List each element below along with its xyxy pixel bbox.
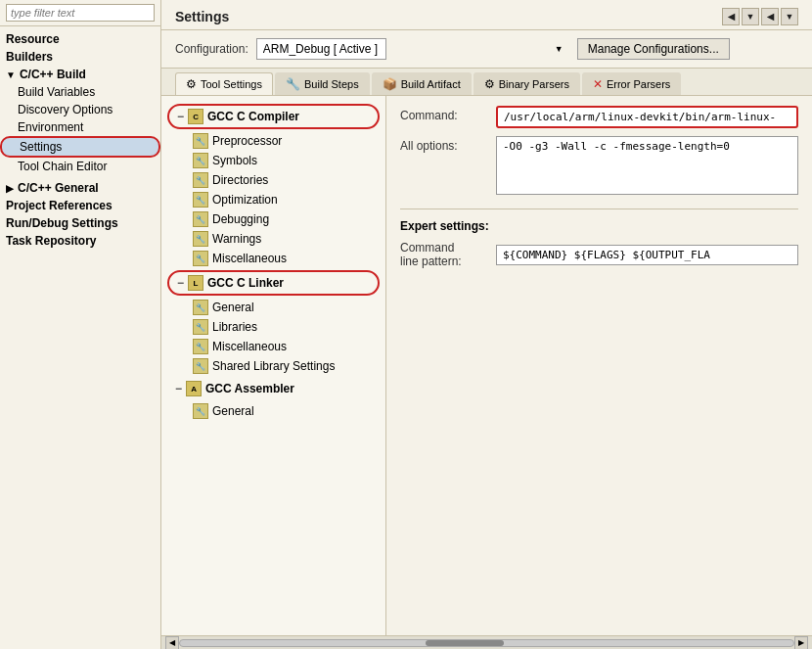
sidebar-item-settings[interactable]: Settings — [0, 136, 160, 158]
debugging-icon: 🔧 — [193, 211, 208, 227]
error-parsers-icon: ✕ — [593, 77, 603, 91]
group-gcc-assembler: − A GCC Assembler 🔧 General — [161, 378, 385, 421]
miscellaneous-icon: 🔧 — [193, 251, 208, 266]
tool-item-shared-library-settings[interactable]: 🔧 Shared Library Settings — [161, 356, 385, 376]
sidebar-tree: Resource Builders ▼ C/C++ Build Build Va… — [0, 26, 160, 649]
tool-item-linker-general[interactable]: 🔧 General — [161, 298, 385, 317]
configuration-select[interactable]: ARM_Debug [ Active ] — [256, 38, 386, 60]
sidebar-filter-area — [0, 0, 160, 26]
tool-item-symbols[interactable]: 🔧 Symbols — [161, 151, 385, 170]
linker-general-icon: 🔧 — [193, 300, 208, 315]
content-area: − C GCC C Compiler 🔧 Preprocessor 🔧 Symb… — [161, 96, 812, 635]
command-row: Command: /usr/local/arm/linux-devkit/bin… — [400, 106, 798, 128]
sidebar-item-build-variables[interactable]: Build Variables — [0, 83, 160, 101]
symbols-icon: 🔧 — [193, 153, 208, 168]
tool-settings-tree: − C GCC C Compiler 🔧 Preprocessor 🔧 Symb… — [161, 96, 386, 635]
nav-up-btn[interactable]: ▼ — [781, 8, 798, 25]
tool-item-warnings[interactable]: 🔧 Warnings — [161, 229, 385, 249]
tabs-row: ⚙ Tool Settings 🔧 Build Steps 📦 Build Ar… — [161, 69, 812, 96]
sidebar-item-project-references[interactable]: Project References — [0, 197, 160, 214]
page-title: Settings — [175, 9, 229, 24]
tool-item-debugging[interactable]: 🔧 Debugging — [161, 209, 385, 229]
expert-settings-title: Expert settings: — [400, 219, 798, 233]
command-value[interactable]: /usr/local/arm/linux-devkit/bin/arm-linu… — [496, 106, 798, 128]
expand-icon-cpp-general: ▶ — [6, 183, 14, 194]
gcc-compiler-icon: C — [188, 109, 203, 124]
gcc-assembler-header[interactable]: − A GCC Assembler — [167, 378, 380, 399]
settings-header: Settings ◀ ▼ ◀ ▼ — [161, 0, 812, 30]
all-options-label: All options: — [400, 136, 488, 153]
cmd-line-pattern-value[interactable]: ${COMMAND} ${FLAGS} ${OUTPUT_FLA — [496, 245, 798, 265]
right-panel: Command: /usr/local/arm/linux-devkit/bin… — [386, 96, 812, 635]
scroll-track[interactable] — [179, 639, 794, 647]
all-options-value: -O0 -g3 -Wall -c -fmessage-length=0 — [496, 136, 798, 195]
tab-tool-settings[interactable]: ⚙ Tool Settings — [175, 72, 273, 95]
tool-item-assembler-general[interactable]: 🔧 General — [161, 401, 385, 421]
sidebar-item-builders[interactable]: Builders — [0, 48, 160, 66]
tool-item-preprocessor[interactable]: 🔧 Preprocessor — [161, 131, 385, 151]
preprocessor-icon: 🔧 — [193, 133, 208, 149]
tool-item-optimization[interactable]: 🔧 Optimization — [161, 190, 385, 209]
nav-forward-btn[interactable]: ◀ — [761, 8, 779, 25]
sidebar: Resource Builders ▼ C/C++ Build Build Va… — [0, 0, 161, 649]
main-content: Settings ◀ ▼ ◀ ▼ Configuration: ARM_Debu… — [161, 0, 812, 649]
scroll-left-button[interactable]: ◀ — [165, 636, 179, 650]
sidebar-item-environment[interactable]: Environment — [0, 118, 160, 136]
scroll-right-button[interactable]: ▶ — [794, 636, 808, 650]
collapse-gcc-assembler-icon: − — [175, 382, 182, 395]
tab-build-steps[interactable]: 🔧 Build Steps — [275, 72, 370, 95]
tool-settings-icon: ⚙ — [186, 77, 197, 91]
gcc-c-linker-header[interactable]: − L GCC C Linker — [167, 270, 380, 296]
horizontal-scrollbar: ◀ ▶ — [161, 635, 812, 649]
directories-icon: 🔧 — [193, 172, 208, 188]
shared-library-icon: 🔧 — [193, 358, 208, 374]
sidebar-item-discovery-options[interactable]: Discovery Options — [0, 101, 160, 118]
scroll-thumb[interactable] — [426, 640, 504, 646]
libraries-icon: 🔧 — [193, 319, 208, 335]
tab-error-parsers[interactable]: ✕ Error Parsers — [582, 72, 681, 95]
sidebar-item-cpp-build[interactable]: ▼ C/C++ Build — [0, 66, 160, 83]
gcc-c-compiler-header[interactable]: − C GCC C Compiler — [167, 104, 380, 129]
config-select-wrapper: ARM_Debug [ Active ] — [256, 38, 569, 60]
tool-item-linker-miscellaneous[interactable]: 🔧 Miscellaneous — [161, 337, 385, 356]
build-artifact-icon: 📦 — [383, 77, 397, 91]
gcc-assembler-icon: A — [186, 381, 202, 396]
manage-configurations-button[interactable]: Manage Configurations... — [577, 38, 730, 60]
cmd-line-pattern-label: Commandline pattern: — [400, 241, 488, 268]
sidebar-item-tool-chain-editor[interactable]: Tool Chain Editor — [0, 158, 160, 175]
nav-down-btn[interactable]: ▼ — [742, 8, 759, 25]
tool-item-libraries[interactable]: 🔧 Libraries — [161, 317, 385, 337]
config-label: Configuration: — [175, 42, 248, 56]
filter-input[interactable] — [6, 4, 155, 22]
sidebar-item-resource[interactable]: Resource — [0, 30, 160, 48]
tool-item-miscellaneous[interactable]: 🔧 Miscellaneous — [161, 249, 385, 268]
optimization-icon: 🔧 — [193, 192, 208, 208]
configuration-row: Configuration: ARM_Debug [ Active ] Mana… — [161, 30, 812, 69]
command-label: Command: — [400, 106, 488, 122]
tab-build-artifact[interactable]: 📦 Build Artifact — [372, 72, 472, 95]
nav-back-btn[interactable]: ◀ — [722, 8, 740, 25]
tab-binary-parsers[interactable]: ⚙ Binary Parsers — [474, 72, 580, 95]
collapse-gcc-compiler-icon: − — [177, 110, 184, 123]
assembler-general-icon: 🔧 — [193, 403, 208, 419]
sidebar-item-cpp-general[interactable]: ▶ C/C++ General — [0, 179, 160, 197]
command-pattern-row: Commandline pattern: ${COMMAND} ${FLAGS}… — [400, 241, 798, 268]
tool-item-directories[interactable]: 🔧 Directories — [161, 170, 385, 190]
warnings-icon: 🔧 — [193, 231, 208, 247]
binary-parsers-icon: ⚙ — [484, 77, 495, 91]
header-icons: ◀ ▼ ◀ ▼ — [722, 8, 798, 25]
collapse-gcc-linker-icon: − — [177, 276, 184, 290]
all-options-row: All options: -O0 -g3 -Wall -c -fmessage-… — [400, 136, 798, 195]
expand-icon-cpp-build: ▼ — [6, 70, 16, 80]
sidebar-item-run-debug[interactable]: Run/Debug Settings — [0, 214, 160, 232]
build-steps-icon: 🔧 — [286, 77, 300, 91]
expert-settings-section: Expert settings: Commandline pattern: ${… — [400, 209, 798, 268]
gcc-linker-icon: L — [188, 275, 203, 291]
sidebar-item-task-repository[interactable]: Task Repository — [0, 232, 160, 250]
group-gcc-c-compiler: − C GCC C Compiler 🔧 Preprocessor 🔧 Symb… — [161, 104, 385, 268]
linker-misc-icon: 🔧 — [193, 339, 208, 354]
group-gcc-c-linker: − L GCC C Linker 🔧 General 🔧 Libraries 🔧… — [161, 270, 385, 376]
